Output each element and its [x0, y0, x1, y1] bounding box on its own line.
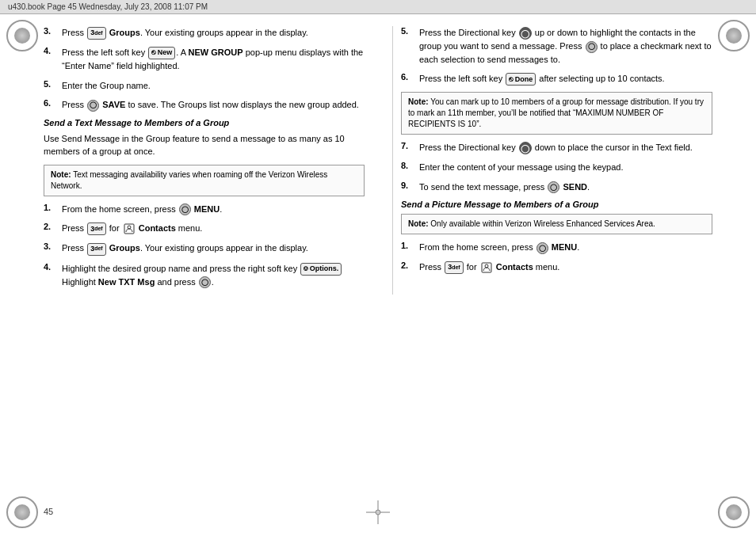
- step-content: Press 3 def Groups. Your existing groups…: [62, 26, 365, 40]
- note-label-2: Note:: [408, 97, 429, 106]
- directional-key: ◯: [519, 142, 532, 154]
- step-content: From the home screen, press ◯ MENU.: [419, 241, 712, 254]
- step-num: 2.: [44, 222, 58, 231]
- header-text: u430.book Page 45 Wednesday, July 23, 20…: [8, 2, 208, 11]
- step-content: Press the Directional key ◯ down to plac…: [419, 141, 712, 154]
- step-content: Enter the content of your message using …: [419, 161, 712, 174]
- step-num: 4.: [44, 262, 58, 272]
- corner-decor-tr: [718, 20, 750, 51]
- note-text-2: You can mark up to 10 members of a group…: [408, 97, 704, 128]
- note-box-2: Note: You can mark up to 10 members of a…: [401, 92, 712, 135]
- step-content: Press ◯ SAVE to save. The Groups list no…: [62, 98, 365, 112]
- icon-menu: ◯: [179, 203, 191, 215]
- icon-menu: ◯: [199, 276, 211, 288]
- step-txt-3: 3. Press 3 def Groups. Your existing gro…: [44, 241, 365, 255]
- step-content: From the home screen, press ◯ MENU.: [62, 203, 365, 216]
- step-num: 5.: [401, 26, 415, 36]
- bottom-center-cross: [366, 500, 390, 526]
- step-num: 8.: [401, 161, 415, 170]
- key-3def: 3 def: [87, 27, 106, 40]
- section-heading-pic-msg: Send a Picture Message to Members of a G…: [401, 200, 712, 209]
- icon-menu: ◯: [536, 242, 548, 254]
- key-3def: 3 def: [445, 261, 464, 274]
- note-text-1: Text messaging availability varies when …: [51, 170, 327, 190]
- step-num: 9.: [401, 181, 415, 190]
- softkey-done: ⎋ Done: [506, 73, 536, 86]
- step-num: 2.: [401, 260, 415, 270]
- step-right-6: 6. Press the left soft key ⎋ Done after …: [401, 72, 712, 86]
- step-num: 6.: [401, 72, 415, 82]
- header-bar: u430.book Page 45 Wednesday, July 23, 20…: [0, 0, 756, 14]
- step-content: Enter the Group name.: [62, 79, 365, 93]
- step-right-5: 5. Press the Directional key ◯ up or dow…: [401, 26, 712, 66]
- step-num: 1.: [44, 203, 58, 212]
- step-content: Press the left soft key ⎋ New. A NEW GRO…: [62, 46, 365, 73]
- step-content: Highlight the desired group name and pre…: [62, 262, 365, 289]
- note-text-3: Only available within Verizon Wireless E…: [429, 219, 655, 228]
- corner-decor-br: [718, 496, 750, 528]
- step-num: 3.: [44, 26, 58, 36]
- step-num: 7.: [401, 141, 415, 150]
- step-num: 4.: [44, 46, 58, 55]
- corner-decor-tl: [6, 20, 38, 51]
- page-number: 45: [44, 507, 53, 516]
- icon-menu: ◯: [548, 181, 559, 193]
- icon-menu: ◯: [87, 100, 99, 112]
- step-left-5: 5. Enter the Group name.: [44, 79, 365, 93]
- step-right-7: 7. Press the Directional key ◯ down to p…: [401, 141, 712, 154]
- content-area: 3. Press 3 def Groups. Your existing gro…: [0, 18, 756, 302]
- step-content: To send the text message, press ◯ SEND.: [419, 181, 712, 194]
- note-box-1: Note: Text messaging availability varies…: [44, 165, 365, 196]
- step-num: 1.: [401, 241, 415, 250]
- note-box-3: Note: Only available within Verizon Wire…: [401, 214, 712, 234]
- step-content: Press the left soft key ⎋ Done after sel…: [419, 72, 712, 86]
- step-content: Press 3 def for Contacts menu.: [419, 260, 712, 274]
- icon-menu: ◯: [586, 41, 598, 53]
- step-pic-2: 2. Press 3 def for Contacts menu.: [401, 260, 712, 274]
- key-3def: 3 def: [87, 243, 106, 256]
- softkey-new: ⎋ New: [148, 47, 175, 59]
- softkey-options: ⎊ Options.: [300, 263, 342, 276]
- svg-point-1: [128, 226, 131, 229]
- step-left-6: 6. Press ◯ SAVE to save. The Groups list…: [44, 98, 365, 112]
- svg-point-6: [376, 510, 380, 515]
- step-txt-2: 2. Press 3 def for Contacts menu.: [44, 222, 365, 235]
- step-content: Press 3 def Groups. Your existing groups…: [62, 241, 365, 255]
- key-3def: 3 def: [87, 222, 106, 235]
- step-txt-1: 1. From the home screen, press ◯ MENU.: [44, 203, 365, 216]
- section-intro: Use Send Message in the Group feature to…: [44, 132, 365, 158]
- step-pic-1: 1. From the home screen, press ◯ MENU.: [401, 241, 712, 254]
- page-wrapper: u430.book Page 45 Wednesday, July 23, 20…: [0, 0, 756, 540]
- note-label-1: Note:: [51, 170, 71, 179]
- step-num: 5.: [44, 79, 58, 89]
- step-left-3: 3. Press 3 def Groups. Your existing gro…: [44, 26, 365, 40]
- left-column: 3. Press 3 def Groups. Your existing gro…: [44, 26, 376, 295]
- step-left-4: 4. Press the left soft key ⎋ New. A NEW …: [44, 46, 365, 73]
- right-column: 5. Press the Directional key ◯ up or dow…: [392, 26, 712, 295]
- note-label-3: Note:: [408, 219, 429, 228]
- contacts-icon: [123, 222, 136, 235]
- step-right-8: 8. Enter the content of your message usi…: [401, 161, 712, 174]
- step-num: 6.: [44, 98, 58, 108]
- section-heading-txt-msg: Send a Text Message to Members of a Grou…: [44, 118, 365, 127]
- step-content: Press 3 def for Contacts menu.: [62, 222, 365, 235]
- contacts-icon: [480, 261, 493, 274]
- corner-decor-bl: [6, 496, 38, 528]
- step-content: Press the Directional key ◯ up or down t…: [419, 26, 712, 66]
- step-txt-4: 4. Highlight the desired group name and …: [44, 262, 365, 289]
- step-num: 3.: [44, 241, 58, 251]
- step-right-9: 9. To send the text message, press ◯ SEN…: [401, 181, 712, 194]
- svg-point-3: [485, 264, 488, 268]
- directional-key: ◯: [519, 27, 532, 40]
